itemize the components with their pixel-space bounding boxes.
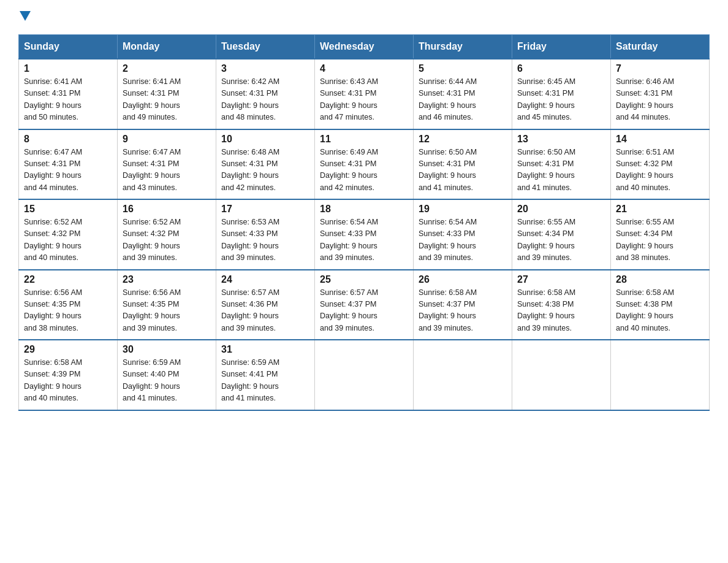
calendar-cell: 20 Sunrise: 6:55 AMSunset: 4:34 PMDaylig… [512, 199, 611, 270]
day-number: 6 [517, 63, 605, 74]
calendar-cell: 5 Sunrise: 6:44 AMSunset: 4:31 PMDayligh… [414, 59, 512, 129]
day-info: Sunrise: 6:49 AMSunset: 4:31 PMDaylight:… [320, 148, 378, 192]
calendar-header-row: SundayMondayTuesdayWednesdayThursdayFrid… [19, 35, 710, 59]
day-number: 2 [123, 63, 211, 74]
calendar-cell: 28 Sunrise: 6:58 AMSunset: 4:38 PMDaylig… [611, 270, 710, 340]
day-number: 31 [221, 344, 309, 355]
page-header [18, 12, 710, 22]
calendar-cell: 24 Sunrise: 6:57 AMSunset: 4:36 PMDaylig… [216, 270, 315, 340]
day-info: Sunrise: 6:53 AMSunset: 4:33 PMDaylight:… [221, 218, 279, 262]
day-number: 27 [517, 274, 605, 285]
day-info: Sunrise: 6:48 AMSunset: 4:31 PMDaylight:… [221, 148, 279, 192]
day-info: Sunrise: 6:46 AMSunset: 4:31 PMDaylight:… [616, 77, 674, 121]
calendar-cell: 19 Sunrise: 6:54 AMSunset: 4:33 PMDaylig… [414, 199, 512, 270]
day-number: 13 [517, 134, 605, 145]
calendar-cell: 17 Sunrise: 6:53 AMSunset: 4:33 PMDaylig… [216, 199, 315, 270]
calendar-cell: 14 Sunrise: 6:51 AMSunset: 4:32 PMDaylig… [611, 129, 710, 200]
calendar-cell: 25 Sunrise: 6:57 AMSunset: 4:37 PMDaylig… [315, 270, 414, 340]
calendar-cell [611, 340, 710, 410]
day-info: Sunrise: 6:54 AMSunset: 4:33 PMDaylight:… [419, 218, 477, 262]
day-info: Sunrise: 6:56 AMSunset: 4:35 PMDaylight:… [24, 288, 82, 332]
day-header-sunday: Sunday [19, 35, 118, 59]
calendar-cell: 22 Sunrise: 6:56 AMSunset: 4:35 PMDaylig… [19, 270, 118, 340]
day-number: 29 [24, 344, 112, 355]
calendar-cell: 8 Sunrise: 6:47 AMSunset: 4:31 PMDayligh… [19, 129, 118, 200]
day-number: 24 [221, 274, 309, 285]
day-number: 25 [320, 274, 408, 285]
day-header-saturday: Saturday [611, 35, 710, 59]
day-info: Sunrise: 6:47 AMSunset: 4:31 PMDaylight:… [123, 148, 181, 192]
day-info: Sunrise: 6:43 AMSunset: 4:31 PMDaylight:… [320, 77, 378, 121]
day-number: 23 [123, 274, 211, 285]
day-info: Sunrise: 6:41 AMSunset: 4:31 PMDaylight:… [123, 77, 181, 121]
calendar-week-row: 1 Sunrise: 6:41 AMSunset: 4:31 PMDayligh… [19, 59, 710, 129]
calendar-cell: 21 Sunrise: 6:55 AMSunset: 4:34 PMDaylig… [611, 199, 710, 270]
calendar-cell: 7 Sunrise: 6:46 AMSunset: 4:31 PMDayligh… [611, 59, 710, 129]
day-number: 1 [24, 63, 112, 74]
day-info: Sunrise: 6:58 AMSunset: 4:37 PMDaylight:… [419, 288, 477, 332]
day-header-monday: Monday [118, 35, 216, 59]
calendar-cell: 9 Sunrise: 6:47 AMSunset: 4:31 PMDayligh… [118, 129, 216, 200]
day-info: Sunrise: 6:47 AMSunset: 4:31 PMDaylight:… [24, 148, 82, 192]
day-info: Sunrise: 6:52 AMSunset: 4:32 PMDaylight:… [123, 218, 181, 262]
day-info: Sunrise: 6:45 AMSunset: 4:31 PMDaylight:… [517, 77, 575, 121]
day-info: Sunrise: 6:50 AMSunset: 4:31 PMDaylight:… [419, 148, 477, 192]
day-info: Sunrise: 6:42 AMSunset: 4:31 PMDaylight:… [221, 77, 279, 121]
day-number: 4 [320, 63, 408, 74]
day-number: 28 [616, 274, 704, 285]
day-info: Sunrise: 6:59 AMSunset: 4:41 PMDaylight:… [221, 358, 279, 402]
day-number: 18 [320, 204, 408, 215]
day-info: Sunrise: 6:41 AMSunset: 4:31 PMDaylight:… [24, 77, 82, 121]
day-info: Sunrise: 6:52 AMSunset: 4:32 PMDaylight:… [24, 218, 82, 262]
calendar-cell: 3 Sunrise: 6:42 AMSunset: 4:31 PMDayligh… [216, 59, 315, 129]
day-info: Sunrise: 6:57 AMSunset: 4:37 PMDaylight:… [320, 288, 378, 332]
day-number: 12 [419, 134, 507, 145]
day-number: 7 [616, 63, 704, 74]
calendar-cell [315, 340, 414, 410]
calendar-cell: 11 Sunrise: 6:49 AMSunset: 4:31 PMDaylig… [315, 129, 414, 200]
day-number: 17 [221, 204, 309, 215]
day-number: 14 [616, 134, 704, 145]
calendar-week-row: 29 Sunrise: 6:58 AMSunset: 4:39 PMDaylig… [19, 340, 710, 410]
day-number: 30 [123, 344, 211, 355]
calendar-cell: 29 Sunrise: 6:58 AMSunset: 4:39 PMDaylig… [19, 340, 118, 410]
calendar-cell: 26 Sunrise: 6:58 AMSunset: 4:37 PMDaylig… [414, 270, 512, 340]
day-number: 22 [24, 274, 112, 285]
day-header-tuesday: Tuesday [216, 35, 315, 59]
calendar-cell: 30 Sunrise: 6:59 AMSunset: 4:40 PMDaylig… [118, 340, 216, 410]
calendar-cell [512, 340, 611, 410]
day-info: Sunrise: 6:54 AMSunset: 4:33 PMDaylight:… [320, 218, 378, 262]
calendar-cell: 23 Sunrise: 6:56 AMSunset: 4:35 PMDaylig… [118, 270, 216, 340]
calendar-cell: 18 Sunrise: 6:54 AMSunset: 4:33 PMDaylig… [315, 199, 414, 270]
day-info: Sunrise: 6:51 AMSunset: 4:32 PMDaylight:… [616, 148, 674, 192]
day-number: 10 [221, 134, 309, 145]
calendar-week-row: 15 Sunrise: 6:52 AMSunset: 4:32 PMDaylig… [19, 199, 710, 270]
calendar-table: SundayMondayTuesdayWednesdayThursdayFrid… [18, 34, 710, 411]
day-number: 21 [616, 204, 704, 215]
day-number: 5 [419, 63, 507, 74]
day-info: Sunrise: 6:58 AMSunset: 4:38 PMDaylight:… [616, 288, 674, 332]
day-number: 20 [517, 204, 605, 215]
day-info: Sunrise: 6:55 AMSunset: 4:34 PMDaylight:… [616, 218, 674, 262]
day-number: 16 [123, 204, 211, 215]
calendar-week-row: 22 Sunrise: 6:56 AMSunset: 4:35 PMDaylig… [19, 270, 710, 340]
calendar-cell: 10 Sunrise: 6:48 AMSunset: 4:31 PMDaylig… [216, 129, 315, 200]
day-info: Sunrise: 6:58 AMSunset: 4:39 PMDaylight:… [24, 358, 82, 402]
day-number: 19 [419, 204, 507, 215]
day-info: Sunrise: 6:50 AMSunset: 4:31 PMDaylight:… [517, 148, 575, 192]
calendar-cell: 15 Sunrise: 6:52 AMSunset: 4:32 PMDaylig… [19, 199, 118, 270]
calendar-cell: 1 Sunrise: 6:41 AMSunset: 4:31 PMDayligh… [19, 59, 118, 129]
day-info: Sunrise: 6:58 AMSunset: 4:38 PMDaylight:… [517, 288, 575, 332]
calendar-cell: 16 Sunrise: 6:52 AMSunset: 4:32 PMDaylig… [118, 199, 216, 270]
day-info: Sunrise: 6:44 AMSunset: 4:31 PMDaylight:… [419, 77, 477, 121]
day-header-wednesday: Wednesday [315, 35, 414, 59]
day-number: 8 [24, 134, 112, 145]
logo [18, 12, 31, 22]
day-info: Sunrise: 6:56 AMSunset: 4:35 PMDaylight:… [123, 288, 181, 332]
calendar-cell: 13 Sunrise: 6:50 AMSunset: 4:31 PMDaylig… [512, 129, 611, 200]
logo-triangle-icon [20, 11, 31, 21]
calendar-cell: 31 Sunrise: 6:59 AMSunset: 4:41 PMDaylig… [216, 340, 315, 410]
day-info: Sunrise: 6:57 AMSunset: 4:36 PMDaylight:… [221, 288, 279, 332]
day-number: 15 [24, 204, 112, 215]
calendar-cell: 27 Sunrise: 6:58 AMSunset: 4:38 PMDaylig… [512, 270, 611, 340]
